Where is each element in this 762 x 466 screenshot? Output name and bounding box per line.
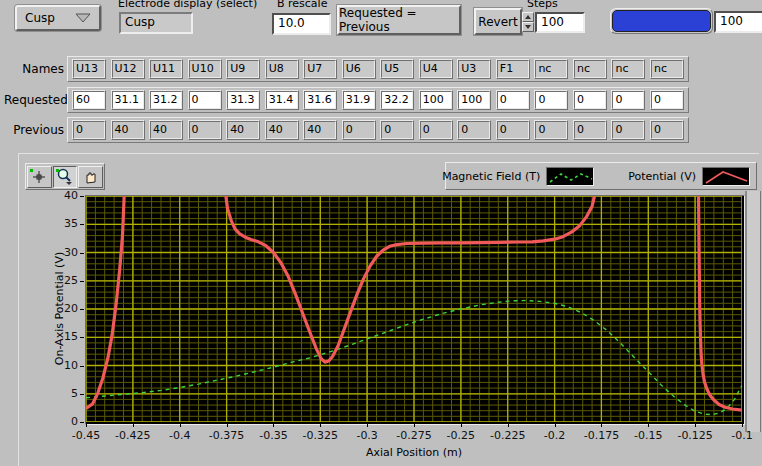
previous-cell-9: 0 bbox=[419, 120, 453, 140]
requested-value-14: 0 bbox=[612, 91, 644, 109]
steps-input[interactable]: 100 bbox=[535, 12, 585, 33]
plot-area[interactable] bbox=[86, 196, 742, 422]
requested-row: 6031.131.2031.331.431.631.932.2100100000… bbox=[67, 87, 689, 113]
y-tick-mark bbox=[80, 253, 84, 254]
requested-value-4: 31.3 bbox=[227, 91, 259, 109]
names-cell-6[interactable]: U7 bbox=[303, 59, 337, 79]
requested-cell-15[interactable]: 0 bbox=[650, 90, 684, 110]
revert-button[interactable]: Revert bbox=[474, 8, 522, 35]
requested-cell-5[interactable]: 31.4 bbox=[265, 90, 299, 110]
y-tick-mark bbox=[80, 337, 84, 338]
x-tick-label: -0.1 bbox=[719, 429, 762, 442]
previous-value-12: 0 bbox=[535, 121, 567, 139]
y-tick-label: 0 bbox=[48, 415, 78, 428]
previous-value-15: 0 bbox=[651, 121, 683, 139]
pan-tool-button[interactable] bbox=[78, 166, 103, 188]
requested-cell-7[interactable]: 31.9 bbox=[342, 90, 376, 110]
names-cell-4[interactable]: U9 bbox=[226, 59, 260, 79]
spinner-up-icon[interactable] bbox=[522, 12, 534, 22]
legend-sample-0[interactable] bbox=[546, 167, 594, 186]
y-tick-label: 25 bbox=[48, 274, 78, 287]
previous-cell-15: 0 bbox=[650, 120, 684, 140]
requested-cell-8[interactable]: 32.2 bbox=[380, 90, 414, 110]
x-tick-label: -0.15 bbox=[625, 429, 671, 442]
requested-cell-10[interactable]: 100 bbox=[457, 90, 491, 110]
requested-value-2: 31.2 bbox=[150, 91, 182, 109]
x-tick-mark bbox=[180, 423, 181, 427]
names-cell-7[interactable]: U6 bbox=[342, 59, 376, 79]
requested-cell-11[interactable]: 0 bbox=[496, 90, 530, 110]
y-tick-label: 40 bbox=[48, 189, 78, 202]
names-cell-5[interactable]: U8 bbox=[265, 59, 299, 79]
previous-value-0: 0 bbox=[73, 121, 105, 139]
names-cell-1[interactable]: U12 bbox=[111, 59, 145, 79]
requested-value-0: 60 bbox=[73, 91, 105, 109]
names-cell-11[interactable]: F1 bbox=[496, 59, 530, 79]
names-cell-13[interactable]: nc bbox=[573, 59, 607, 79]
names-cell-15[interactable]: nc bbox=[650, 59, 684, 79]
x-tick-mark bbox=[320, 423, 321, 427]
chevron-down-icon bbox=[75, 13, 91, 23]
previous-value-9: 0 bbox=[420, 121, 452, 139]
previous-value-5: 40 bbox=[266, 121, 298, 139]
requested-value-11: 0 bbox=[497, 91, 529, 109]
requested-cell-12[interactable]: 0 bbox=[534, 90, 568, 110]
x-tick-label: -0.2 bbox=[532, 429, 578, 442]
names-cell-12[interactable]: nc bbox=[534, 59, 568, 79]
previous-cell-11: 0 bbox=[496, 120, 530, 140]
requested-cell-13[interactable]: 0 bbox=[573, 90, 607, 110]
crosshair-tool-button[interactable] bbox=[27, 166, 52, 188]
legend-sample-1[interactable] bbox=[702, 167, 750, 186]
requested-cell-9[interactable]: 100 bbox=[419, 90, 453, 110]
names-cell-0[interactable]: U13 bbox=[72, 59, 106, 79]
x-tick-label: -0.225 bbox=[485, 429, 531, 442]
b-rescale-input[interactable]: 10.0 bbox=[272, 13, 331, 35]
x-tick-mark bbox=[367, 423, 368, 427]
y-tick-label: 20 bbox=[48, 302, 78, 315]
steps-spinner[interactable] bbox=[522, 12, 534, 32]
x-tick-mark bbox=[742, 423, 743, 427]
requested-cell-3[interactable]: 0 bbox=[188, 90, 222, 110]
requested-value-12: 0 bbox=[535, 91, 567, 109]
names-cell-2[interactable]: U11 bbox=[149, 59, 183, 79]
previous-cell-1: 40 bbox=[111, 120, 145, 140]
previous-cell-0: 0 bbox=[72, 120, 106, 140]
b-rescale-label: B rescale bbox=[277, 0, 327, 10]
requested-value-3: 0 bbox=[189, 91, 221, 109]
x-tick-label: -0.175 bbox=[578, 429, 624, 442]
requested-equals-previous-button[interactable]: Requested = Previous bbox=[337, 5, 461, 35]
steps-progress-fill bbox=[612, 10, 711, 32]
names-value-5: U8 bbox=[266, 60, 298, 78]
names-value-9: U4 bbox=[420, 60, 452, 78]
requested-cell-14[interactable]: 0 bbox=[611, 90, 645, 110]
names-cell-3[interactable]: U10 bbox=[188, 59, 222, 79]
requested-cell-1[interactable]: 31.1 bbox=[111, 90, 145, 110]
steps-progress-track bbox=[610, 8, 713, 34]
spinner-down-icon[interactable] bbox=[522, 22, 534, 32]
requested-cell-6[interactable]: 31.6 bbox=[303, 90, 337, 110]
y-tick-mark bbox=[80, 394, 84, 395]
x-tick-label: -0.35 bbox=[250, 429, 296, 442]
names-cell-14[interactable]: nc bbox=[611, 59, 645, 79]
names-cell-10[interactable]: U3 bbox=[457, 59, 491, 79]
zoom-tool-button[interactable] bbox=[53, 166, 78, 188]
requested-value-7: 31.9 bbox=[343, 91, 375, 109]
requested-value-15: 0 bbox=[651, 91, 683, 109]
previous-value-4: 40 bbox=[227, 121, 259, 139]
requested-cell-0[interactable]: 60 bbox=[72, 90, 106, 110]
names-value-4: U9 bbox=[227, 60, 259, 78]
x-tick-label: -0.45 bbox=[63, 429, 109, 442]
electrode-display-value: Cusp bbox=[119, 12, 193, 34]
x-tick-label: -0.4 bbox=[157, 429, 203, 442]
requested-cell-2[interactable]: 31.2 bbox=[149, 90, 183, 110]
preset-dropdown[interactable]: Cusp bbox=[15, 5, 101, 31]
names-cell-9[interactable]: U4 bbox=[419, 59, 453, 79]
names-cell-8[interactable]: U5 bbox=[380, 59, 414, 79]
x-tick-mark bbox=[601, 423, 602, 427]
previous-value-7: 0 bbox=[343, 121, 375, 139]
y-tick-mark bbox=[80, 281, 84, 282]
steps-label: Steps bbox=[527, 0, 558, 10]
requested-cell-4[interactable]: 31.3 bbox=[226, 90, 260, 110]
previous-value-10: 0 bbox=[458, 121, 490, 139]
y-tick-label: 15 bbox=[48, 330, 78, 343]
